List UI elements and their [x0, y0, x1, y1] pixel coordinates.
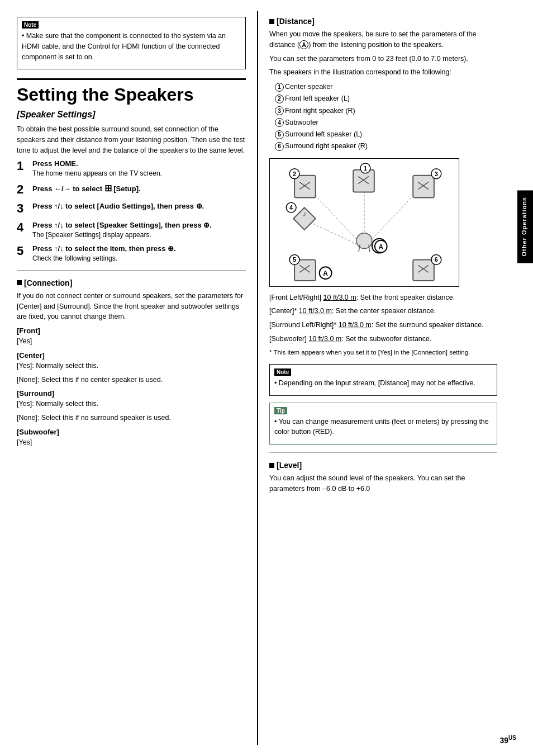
- step-main-1: Press HOME.: [32, 159, 246, 168]
- illustration-svg: 2 1 3 ♪ 4: [270, 159, 459, 286]
- speaker-label-5: Surround left speaker (L): [285, 129, 362, 140]
- divider-1: [17, 270, 246, 271]
- step-main-2: Press ←/→ to select ⊞ [Setup].: [32, 183, 246, 193]
- connection-title: [Connection]: [24, 278, 72, 287]
- distance-title: [Distance]: [277, 17, 315, 26]
- speaker-num-2: 2: [275, 94, 284, 103]
- distance-body1: When you move the speakers, be sure to s…: [269, 29, 497, 50]
- note-label: Note: [22, 21, 39, 29]
- divider-right: [269, 452, 497, 453]
- side-tab: Other Operations: [517, 190, 533, 263]
- svg-text:6: 6: [435, 256, 438, 263]
- front-item: [Front] [Yes]: [17, 327, 246, 347]
- speaker-num-1: 1: [275, 83, 284, 92]
- connection-body: If you do not connect center or surround…: [17, 291, 246, 322]
- dist-label-3: [Surround Left/Right]*: [269, 321, 336, 329]
- steps-list: 1 Press HOME. The home menu appears on t…: [17, 159, 246, 262]
- svg-text:A: A: [323, 270, 328, 277]
- tip-text: • You can change measurement units (feet…: [274, 417, 492, 438]
- dist-label-2: [Center]*: [269, 307, 297, 315]
- level-heading: [Level]: [269, 461, 497, 470]
- step-4: 4 Press ↑/↓ to select [Speaker Settings]…: [17, 221, 246, 239]
- dist-desc-1: : Set the front speaker distance.: [356, 294, 455, 301]
- illustration-label: The speakers in the illustration corresp…: [269, 67, 497, 78]
- subwoofer-value: [Yes]: [17, 437, 246, 448]
- dist-desc-3: : Set the surround speaker distance.: [372, 321, 484, 329]
- intro-text: To obtain the best possible surround sou…: [17, 124, 246, 155]
- dist-setting-4: [Subwoofer] 10 ft/3.0 m: Set the subwoof…: [269, 334, 497, 344]
- level-bullet-icon: [269, 463, 274, 468]
- step-number-3: 3: [17, 202, 28, 215]
- dist-value-4: 10 ft/3.0 m: [308, 335, 341, 343]
- step-3: 3 Press ↑/↓ to select [Audio Settings], …: [17, 202, 246, 215]
- step-main-4: Press ↑/↓ to select [Speaker Settings], …: [32, 221, 246, 229]
- svg-text:♪: ♪: [302, 209, 306, 218]
- step-number-1: 1: [17, 159, 28, 173]
- note-label-right: Note: [274, 368, 291, 376]
- svg-text:4: 4: [289, 204, 293, 211]
- tip-box: Tip • You can change measurement units (…: [269, 403, 497, 445]
- speaker-label-4: Subwoofer: [285, 117, 318, 129]
- level-body: You can adjust the sound level of the sp…: [269, 473, 497, 494]
- svg-text:A: A: [378, 243, 383, 251]
- svg-text:5: 5: [293, 256, 296, 263]
- speaker-item-4: 4 Subwoofer: [275, 117, 497, 129]
- svg-rect-38: [413, 259, 434, 281]
- speaker-list: 1 Center speaker 2 Front left speaker (L…: [275, 81, 497, 153]
- speaker-num-6: 6: [275, 142, 284, 151]
- dist-setting-1: [Front Left/Right] 10 ft/3.0 m: Set the …: [269, 292, 497, 303]
- dist-value-1: 10 ft/3.0 m: [323, 294, 356, 301]
- distance-bullet-icon: [269, 19, 274, 24]
- speaker-item-2: 2 Front left speaker (L): [275, 93, 497, 105]
- note-box-top: Note • Make sure that the component is c…: [17, 17, 246, 69]
- step-content-2: Press ←/→ to select ⊞ [Setup].: [32, 183, 246, 195]
- connection-bullet-icon: [17, 280, 22, 285]
- center-value-1: [None]: Select this if no center speaker…: [17, 375, 246, 385]
- step-sub-4: The [Speaker Settings] display appears.: [32, 231, 246, 239]
- speaker-item-1: 1 Center speaker: [275, 81, 497, 93]
- dist-setting-2: [Center]* 10 ft/3.0 m: Set the center sp…: [269, 306, 497, 316]
- footnote: * This item appears when you set it to […: [269, 348, 497, 357]
- dist-desc-2: : Set the center speaker distance.: [332, 307, 436, 315]
- speaker-num-3: 3: [275, 106, 284, 115]
- step-main-5: Press ↑/↓ to select the item, then press…: [32, 244, 246, 253]
- speaker-label-1: Center speaker: [285, 81, 332, 93]
- distance-settings: [Front Left/Right] 10 ft/3.0 m: Set the …: [269, 292, 497, 357]
- surround-value-1: [None]: Select this if no surround speak…: [17, 413, 246, 423]
- step-sub-5: Check the following settings.: [32, 254, 246, 262]
- subwoofer-item: [Subwoofer] [Yes]: [17, 428, 246, 448]
- step-number-4: 4: [17, 221, 28, 234]
- speaker-num-4: 4: [275, 118, 284, 127]
- dist-label-1: [Front Left/Right]: [269, 294, 321, 301]
- speaker-label-6: Surround right speaker (R): [285, 140, 368, 152]
- note-box-right: Note • Depending on the input stream, [D…: [269, 364, 497, 396]
- step-1: 1 Press HOME. The home menu appears on t…: [17, 159, 246, 177]
- level-title: [Level]: [277, 461, 302, 470]
- tip-label: Tip: [274, 407, 287, 414]
- speaker-num-5: 5: [275, 130, 284, 139]
- connection-heading: [Connection]: [17, 278, 246, 287]
- dist-setting-3: [Surround Left/Right]* 10 ft/3.0 m: Set …: [269, 320, 497, 330]
- speaker-label-3: Front right speaker (R): [285, 105, 355, 117]
- step-2: 2 Press ←/→ to select ⊞ [Setup].: [17, 183, 246, 196]
- connection-section: [Connection] If you do not connect cente…: [17, 278, 246, 448]
- speaker-label-2: Front left speaker (L): [285, 93, 350, 105]
- svg-rect-5: [294, 175, 316, 197]
- front-label: [Front]: [17, 327, 246, 335]
- step-content-1: Press HOME. The home menu appears on the…: [32, 159, 246, 177]
- svg-text:2: 2: [293, 170, 296, 177]
- section-title: Setting the Speakers: [17, 78, 246, 105]
- note-text-right: • Depending on the input stream, [Distan…: [274, 378, 492, 389]
- speaker-item-6: 6 Surround right speaker (R): [275, 140, 497, 152]
- front-value: [Yes]: [17, 336, 246, 347]
- right-column: [Distance] When you move the speakers, b…: [257, 11, 514, 745]
- svg-text:1: 1: [364, 164, 367, 171]
- step-number-2: 2: [17, 183, 28, 196]
- step-content-4: Press ↑/↓ to select [Speaker Settings], …: [32, 221, 246, 239]
- dist-desc-4: : Set the subwoofer distance.: [341, 335, 431, 343]
- subsection-title: [Speaker Settings]: [17, 110, 246, 120]
- step-content-5: Press ↑/↓ to select the item, then press…: [32, 244, 246, 262]
- subwoofer-label: [Subwoofer]: [17, 428, 246, 436]
- surround-item: [Surround] [Yes]: Normally select this. …: [17, 389, 246, 423]
- svg-text:3: 3: [435, 170, 438, 177]
